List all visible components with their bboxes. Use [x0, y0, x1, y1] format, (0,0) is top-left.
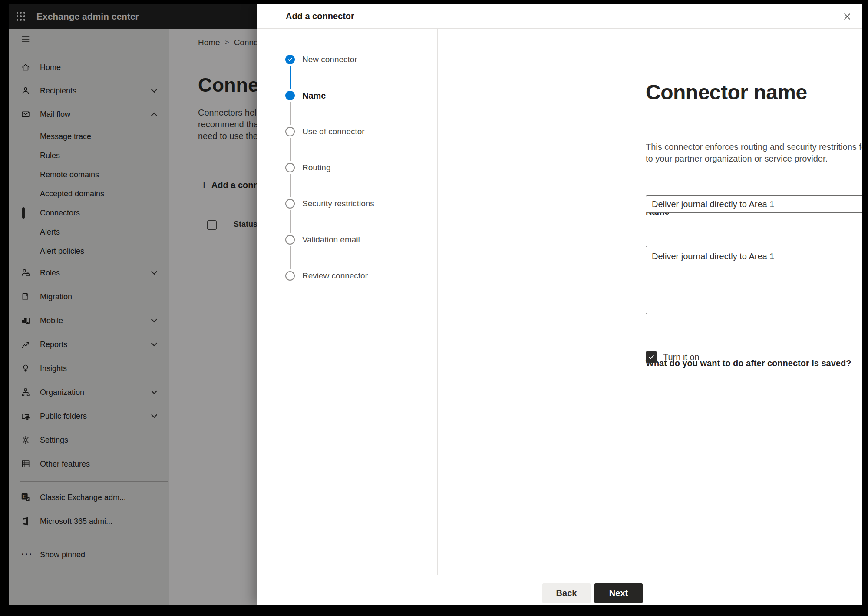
- wizard-step-connector: [290, 66, 291, 89]
- dialog-header: Add a connector: [257, 4, 862, 29]
- wizard-step-review-connector[interactable]: Review connector: [302, 270, 368, 282]
- wizard-step-dot-security-restrictions[interactable]: [285, 199, 295, 209]
- description-textarea[interactable]: Deliver journal directly to Area 1: [646, 246, 862, 314]
- step-heading: Connector name: [646, 80, 807, 104]
- wizard-step-name[interactable]: Name: [302, 90, 326, 101]
- wizard-step-connector: [290, 102, 291, 125]
- turn-on-checkbox[interactable]: [646, 351, 657, 363]
- wizard-step-dot-new-connector[interactable]: [285, 55, 295, 64]
- turn-on-row: Turn it on: [646, 351, 700, 363]
- check-icon: [648, 354, 655, 361]
- app-window: Exchange admin center HomeRecipientsMail…: [9, 4, 862, 605]
- wizard-step-connector: [290, 210, 291, 233]
- wizard-step-connector: [290, 246, 291, 269]
- wizard-step-new-connector[interactable]: New connector: [302, 54, 357, 65]
- dialog-title: Add a connector: [286, 11, 354, 21]
- check-icon: [287, 57, 293, 62]
- turn-on-label: Turn it on: [663, 352, 700, 362]
- dialog-content: Connector name This connector enforces r…: [438, 29, 862, 575]
- wizard-step-routing[interactable]: Routing: [302, 162, 331, 173]
- dialog-footer: Back Next: [257, 576, 862, 605]
- back-button[interactable]: Back: [542, 583, 591, 603]
- wizard-step-dot-routing[interactable]: [285, 163, 295, 172]
- wizard-step-connector: [290, 138, 291, 161]
- wizard-step-dot-validation-email[interactable]: [285, 235, 295, 245]
- close-icon[interactable]: [840, 10, 854, 23]
- wizard-step-security-restrictions[interactable]: Security restrictions: [302, 198, 374, 209]
- step-description: This connector enforces routing and secu…: [646, 141, 862, 165]
- add-connector-dialog: Add a connector New connectorNameUse of …: [257, 4, 862, 605]
- wizard-step-connector: [290, 174, 291, 197]
- wizard-step-use-of-connector[interactable]: Use of connector: [302, 126, 365, 137]
- wizard-step-validation-email[interactable]: Validation email: [302, 234, 360, 245]
- wizard-step-dot-name[interactable]: [285, 91, 295, 100]
- next-button[interactable]: Next: [594, 583, 643, 603]
- connector-name-input[interactable]: [646, 195, 862, 213]
- wizard-step-dot-use-of-connector[interactable]: [285, 127, 295, 136]
- wizard-step-dot-review-connector[interactable]: [285, 271, 295, 281]
